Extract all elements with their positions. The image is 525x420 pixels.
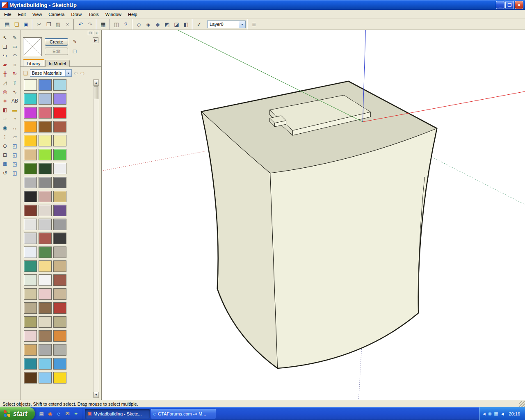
text-tool[interactable]: AB: [10, 96, 19, 105]
xray-display-button[interactable]: ◧: [181, 20, 191, 29]
material-swatch-61[interactable]: [24, 358, 37, 370]
erase-button[interactable]: ×: [63, 20, 72, 29]
tray-collapse-icon[interactable]: ◀: [483, 412, 486, 416]
material-swatch-30[interactable]: [53, 205, 66, 216]
material-swatch-53[interactable]: [39, 316, 52, 328]
material-swatch-21[interactable]: [53, 163, 66, 174]
zoom-extents-tool[interactable]: ⊠: [0, 160, 9, 168]
material-swatch-6[interactable]: [53, 93, 66, 105]
scroll-up-button[interactable]: ▲: [94, 80, 99, 86]
task-gtaforums[interactable]: eGTAForums.com -> M...: [151, 409, 216, 419]
right-view-button[interactable]: ◳: [10, 160, 19, 168]
paste-button[interactable]: ▨: [53, 20, 63, 29]
material-swatch-37[interactable]: [24, 247, 37, 258]
material-swatch-36[interactable]: [53, 233, 66, 244]
material-swatch-66[interactable]: [53, 372, 66, 383]
tape-measure-tool[interactable]: ▬: [10, 105, 19, 114]
tray-volume-icon[interactable]: ◄: [500, 411, 505, 416]
open-button[interactable]: ❏: [12, 20, 21, 29]
material-swatch-51[interactable]: [53, 302, 66, 314]
material-swatch-43[interactable]: [24, 274, 37, 286]
material-swatch-10[interactable]: [24, 121, 37, 132]
material-swatch-41[interactable]: [39, 260, 52, 272]
new-button[interactable]: ▤: [2, 20, 12, 29]
material-swatch-25[interactable]: [24, 191, 37, 202]
front-view-button[interactable]: ◰: [10, 142, 19, 150]
material-swatch-58[interactable]: [24, 344, 37, 356]
task-sketchup[interactable]: ▣Myriadbuilding - Sketc...: [85, 409, 150, 419]
material-swatch-33[interactable]: [53, 219, 66, 230]
orbit-tool[interactable]: ◉: [0, 123, 9, 132]
material-swatch-35[interactable]: [39, 233, 52, 244]
wireframe-display-button[interactable]: ◇: [134, 20, 144, 29]
library-forward-button[interactable]: ⇨: [80, 70, 85, 76]
quicklaunch-ie[interactable]: e: [55, 410, 62, 417]
material-swatch-3[interactable]: [53, 79, 66, 91]
material-swatch-16[interactable]: [24, 149, 37, 160]
layer-select-arrow-icon[interactable]: ▼: [239, 21, 245, 28]
dimension-tool[interactable]: ↔: [10, 123, 19, 132]
material-swatch-17[interactable]: [39, 149, 52, 160]
quicklaunch-show-desktop[interactable]: ▤: [38, 410, 45, 417]
pan-tool[interactable]: ☞: [0, 114, 9, 123]
material-swatch-59[interactable]: [39, 344, 52, 356]
material-swatch-48[interactable]: [53, 288, 66, 300]
section-tool[interactable]: ▱: [10, 132, 19, 141]
material-swatch-18[interactable]: [53, 149, 66, 160]
materials-library-select[interactable]: Base Materials ▼: [30, 69, 72, 77]
iso-view-button[interactable]: ◫: [10, 169, 19, 177]
material-swatch-29[interactable]: [39, 205, 52, 216]
scroll-thumb[interactable]: [94, 86, 98, 99]
material-swatch-49[interactable]: [24, 302, 37, 314]
model-info-button[interactable]: ◫: [112, 20, 121, 29]
protractor-tool[interactable]: ◔: [10, 114, 19, 123]
material-swatch-7[interactable]: [24, 107, 37, 119]
quicklaunch-messenger[interactable]: ✦: [73, 410, 80, 417]
hidden-line-display-button[interactable]: ◈: [144, 20, 153, 29]
arc-tool[interactable]: ◠: [10, 51, 19, 60]
material-swatch-8[interactable]: [39, 107, 52, 119]
material-swatch-57[interactable]: [53, 330, 66, 342]
save-button[interactable]: ▣: [21, 20, 31, 29]
material-swatch-46[interactable]: [24, 288, 37, 300]
material-swatch-11[interactable]: [39, 121, 52, 132]
material-swatch-20[interactable]: [39, 163, 52, 174]
layers-manager-button[interactable]: ≣: [249, 20, 259, 29]
freehand-tool[interactable]: ∿: [10, 87, 19, 96]
copy-button[interactable]: ❐: [44, 20, 53, 29]
material-swatch-52[interactable]: [24, 316, 37, 328]
model-viewport[interactable]: [102, 30, 525, 400]
menu-edit[interactable]: Edit: [15, 11, 29, 18]
pushpull-tool[interactable]: ⇧: [10, 78, 19, 87]
material-swatch-28[interactable]: [24, 205, 37, 216]
panel-close-button[interactable]: ×: [94, 31, 99, 35]
material-swatch-32[interactable]: [39, 219, 52, 230]
materials-scrollbar[interactable]: ▲ ▼: [93, 79, 99, 398]
material-swatch-44[interactable]: [39, 274, 52, 286]
circle-tool[interactable]: ○: [10, 60, 19, 69]
make-component-tool[interactable]: ❑: [0, 42, 9, 51]
material-swatch-13[interactable]: [24, 135, 37, 146]
material-swatch-4[interactable]: [24, 93, 37, 105]
scale-tool[interactable]: ◿: [0, 78, 9, 87]
material-swatch-31[interactable]: [24, 219, 37, 230]
material-swatch-27[interactable]: [53, 191, 66, 202]
material-swatch-2[interactable]: [39, 79, 52, 91]
material-swatch-65[interactable]: [39, 372, 52, 383]
rectangle-tool[interactable]: ▭: [10, 42, 19, 51]
menu-window[interactable]: Window: [102, 11, 125, 18]
material-swatch-22[interactable]: [24, 177, 37, 188]
menu-tools[interactable]: Tools: [85, 11, 102, 18]
menu-camera[interactable]: Camera: [45, 11, 68, 18]
rotate-tool[interactable]: ↻: [10, 69, 19, 78]
material-swatch-40[interactable]: [24, 260, 37, 272]
material-swatch-12[interactable]: [53, 121, 66, 132]
material-swatch-24[interactable]: [53, 177, 66, 188]
material-swatch-47[interactable]: [39, 288, 52, 300]
menu-draw[interactable]: Draw: [68, 11, 85, 18]
material-swatch-23[interactable]: [39, 177, 52, 188]
dropper-icon[interactable]: ✎: [71, 39, 78, 45]
line-tool[interactable]: ✎: [10, 33, 19, 42]
material-swatch-9[interactable]: [53, 107, 66, 119]
followme-tool[interactable]: ↪: [0, 51, 9, 60]
